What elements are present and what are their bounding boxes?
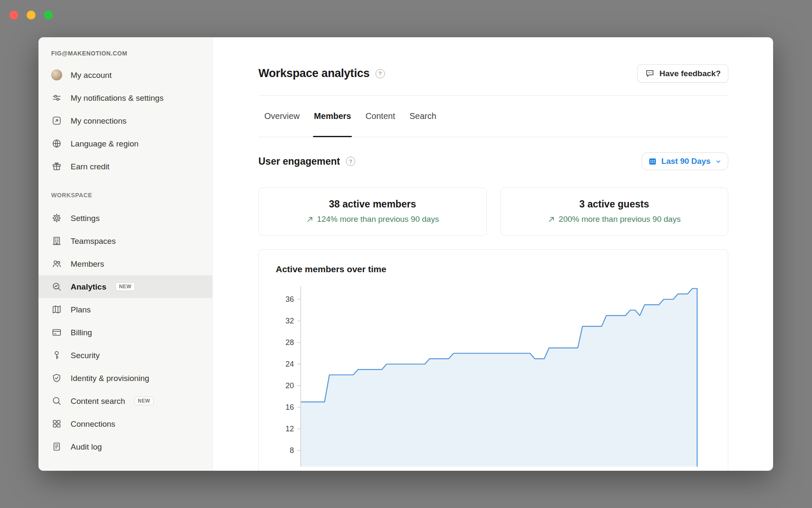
workspace-nav: SettingsTeamspacesMembersAnalyticsNEWPla… [38,207,212,458]
sidebar-item-audit-log[interactable]: Audit log [38,435,212,458]
credit-card-icon [51,327,62,338]
sidebar-item-label: Earn credit [71,161,110,172]
sidebar-item-label: My notifications & settings [71,93,164,103]
sidebar-item-billing[interactable]: Billing [38,321,212,344]
key-icon [51,350,62,361]
sidebar-item-my-notifications-settings[interactable]: My notifications & settings [38,86,212,109]
engagement-stats-row: 38 active members 124% more than previou… [258,188,728,236]
sidebar-item-label: Security [71,350,100,361]
have-feedback-label: Have feedback? [659,69,721,78]
avatar-icon [51,69,62,80]
globe-icon [51,138,62,149]
date-range-label: Last 90 Days [661,157,710,166]
analytics-tabs: OverviewMembersContentSearch [258,96,728,137]
shield-check-icon [51,373,62,384]
user-engagement-help-icon[interactable]: ? [346,157,355,166]
sidebar-item-label: Identity & provisioning [71,373,149,384]
audit-scroll-icon [51,441,62,452]
svg-text:28: 28 [285,338,294,347]
new-badge: NEW [115,282,134,291]
grid-icon [51,418,62,429]
sidebar-item-earn-credit[interactable]: Earn credit [38,155,212,178]
analytics-main: Workspace analytics ? Have feedback? Ove… [213,37,773,471]
settings-sidebar: FIG@MAKENOTION.COM My accountMy notifica… [38,37,213,471]
help-icon[interactable]: ? [376,69,385,78]
sidebar-item-analytics[interactable]: AnalyticsNEW [38,275,212,298]
sidebar-item-label: Analytics [71,282,106,292]
active-members-delta-text: 124% more than previous 90 days [317,215,439,224]
trend-up-icon [306,215,314,223]
tab-search[interactable]: Search [409,96,437,137]
new-badge: NEW [134,397,154,405]
svg-text:12: 12 [285,425,294,433]
feedback-bubble-icon [645,69,655,78]
map-icon [51,304,62,315]
sidebar-item-my-connections[interactable]: My connections [38,109,212,132]
active-guests-delta: 200% more than previous 90 days [505,215,724,224]
chart-title: Active members over time [276,264,711,274]
sidebar-item-connections[interactable]: Connections [38,412,212,435]
sidebar-item-label: Content search [71,396,125,406]
page-title: Workspace analytics [258,67,370,80]
close-window-button[interactable] [9,11,18,19]
account-email: FIG@MAKENOTION.COM [38,48,212,58]
svg-text:20: 20 [285,381,294,390]
sidebar-item-security[interactable]: Security [38,344,212,367]
tab-overview[interactable]: Overview [263,96,300,137]
svg-text:36: 36 [285,295,294,304]
minimize-window-button[interactable] [27,11,36,19]
have-feedback-button[interactable]: Have feedback? [637,64,728,83]
chevron-down-icon [715,158,722,165]
sidebar-item-label: Audit log [71,442,102,452]
sidebar-item-label: My account [71,70,112,80]
people-icon [51,258,62,269]
active-members-value: 38 active members [263,199,482,210]
active-members-area-chart: 812162024283236 [276,284,711,467]
account-nav: My accountMy notifications & settingsMy … [38,64,212,178]
sidebar-item-label: Teamspaces [71,236,116,246]
workspace-section-label: WORKSPACE [38,189,212,202]
user-engagement-header: User engagement ? [258,152,728,170]
settings-dialog: FIG@MAKENOTION.COM My accountMy notifica… [38,37,773,471]
zoom-window-button[interactable] [44,11,53,19]
page-header: Workspace analytics ? Have feedback? [258,64,728,83]
user-engagement-title-wrap: User engagement ? [258,156,355,167]
magnifier-icon [51,395,62,406]
active-guests-delta-text: 200% more than previous 90 days [559,215,680,224]
calendar-icon [648,157,657,166]
active-members-chart-card: Active members over time 812162024283236 [258,249,728,471]
gear-icon [51,213,62,224]
arrow-up-right-box-icon [51,115,62,126]
sidebar-item-label: Settings [71,213,100,224]
building-icon [51,235,62,246]
magnifier-chart-icon [51,281,62,292]
sidebar-item-label: Plans [71,304,91,315]
tab-content[interactable]: Content [365,96,396,137]
sidebar-item-label: My connections [71,116,126,126]
svg-text:16: 16 [285,403,294,411]
page-title-wrap: Workspace analytics ? [258,67,385,80]
date-range-selector[interactable]: Last 90 Days [642,152,728,170]
active-guests-card: 3 active guests 200% more than previous … [500,188,729,236]
sidebar-item-label: Language & region [71,138,139,149]
sidebar-item-language-region[interactable]: Language & region [38,132,212,155]
sidebar-item-content-search[interactable]: Content searchNEW [38,389,212,412]
sidebar-item-label: Billing [71,327,92,338]
svg-text:8: 8 [290,446,294,455]
sidebar-item-members[interactable]: Members [38,252,212,275]
svg-text:24: 24 [285,360,294,368]
active-members-delta: 124% more than previous 90 days [263,215,482,224]
gift-icon [51,161,62,172]
svg-text:32: 32 [285,317,294,325]
tab-members[interactable]: Members [313,96,352,137]
sidebar-item-identity-provisioning[interactable]: Identity & provisioning [38,367,212,389]
active-guests-value: 3 active guests [505,199,724,210]
trend-up-icon [548,215,555,223]
sidebar-item-my-account[interactable]: My account [38,64,212,86]
window-controls [9,11,53,19]
user-engagement-heading: User engagement [258,156,340,167]
sidebar-item-settings[interactable]: Settings [38,207,212,229]
sidebar-item-teamspaces[interactable]: Teamspaces [38,229,212,252]
sidebar-item-plans[interactable]: Plans [38,298,212,321]
sidebar-item-label: Connections [71,419,115,429]
